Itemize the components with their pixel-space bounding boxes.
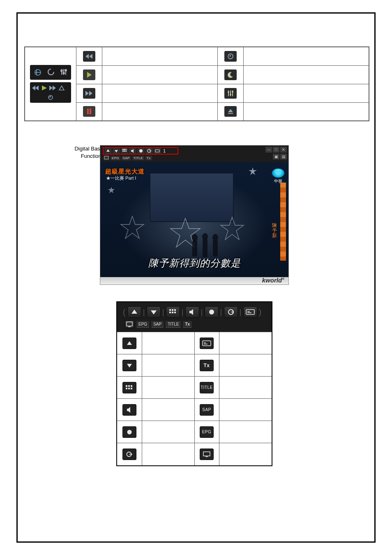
svg-point-8 [65,69,67,71]
panel-thumb-1 [30,65,71,80]
grid-icon[interactable] [122,382,136,393]
sap-chip[interactable]: SAP [151,321,164,328]
svg-rect-54 [131,385,132,387]
epg-chip[interactable]: EPG [136,321,149,328]
svg-rect-47 [127,322,132,326]
channel-up-icon[interactable] [122,338,136,349]
rewind-desc [102,47,218,65]
svg-point-6 [61,70,62,72]
brand-label: kworld® [262,277,284,284]
epg-icon[interactable]: EPG [200,426,214,438]
display-icon[interactable] [125,320,134,328]
channel-down-icon[interactable] [122,360,136,371]
eject-desc [243,102,369,121]
channel-down-icon[interactable] [113,148,120,154]
maximize-icon[interactable]: □ [273,147,279,153]
svg-rect-40 [172,312,173,313]
replay-icon[interactable] [224,51,237,62]
replay-desc [243,47,369,65]
svg-rect-48 [128,326,131,327]
sleep-desc [243,65,369,84]
caption-icon[interactable] [243,306,257,318]
digital-functions-table: ( | | | | | | ) EPG SAP TITLE [116,301,272,466]
svg-rect-25 [126,150,127,152]
tx-icon[interactable]: Tx [200,360,214,371]
record-icon[interactable] [137,148,145,154]
record-icon[interactable] [122,426,136,438]
app-screenshot: 1 EPG SAP TITLE Tx ─ □ ✕ ▣ ▤ 超級星光大道 ★ [100,145,289,285]
svg-rect-39 [169,312,171,313]
caption-icon[interactable] [154,148,161,154]
title-chip[interactable]: TITLE [132,156,144,160]
svg-rect-41 [174,312,176,313]
svg-rect-53 [128,385,130,387]
svg-point-58 [127,430,131,434]
svg-rect-38 [174,309,176,311]
svg-rect-20 [122,149,124,150]
svg-rect-49 [203,341,211,346]
svg-point-14 [228,91,229,93]
timeshift-icon[interactable] [145,148,153,154]
table-row [117,443,272,465]
svg-rect-50 [204,342,206,343]
svg-rect-57 [131,388,132,389]
svg-rect-51 [204,344,208,345]
svg-point-15 [230,94,231,95]
sap-chip[interactable]: SAP [122,156,131,160]
channel-up-icon[interactable] [127,306,141,318]
rewind-icon[interactable] [83,51,95,62]
channel-down-icon[interactable] [147,306,161,318]
section-label: Digital Basic Functions [55,145,104,160]
record-icon[interactable] [205,306,219,318]
close-icon[interactable]: ✕ [280,147,287,153]
display-icon[interactable] [104,155,109,160]
panel-thumbnails-cell [25,47,76,121]
sap-icon[interactable]: SAP [200,404,214,416]
eject-icon-cell [217,102,243,121]
svg-point-16 [232,91,233,92]
title-icon[interactable]: TITLE [200,382,214,393]
grid-icon[interactable] [166,306,180,318]
timeshift-icon[interactable] [224,306,238,318]
eject-icon[interactable] [224,106,237,117]
fastforward-icon-cell [76,84,102,102]
play-icon[interactable] [83,69,95,80]
mute-icon[interactable] [129,148,136,154]
minimize-icon[interactable]: ─ [265,147,272,153]
svg-rect-23 [122,150,124,152]
snapshot-icon[interactable]: ▤ [280,154,287,160]
mute-icon[interactable] [185,306,199,318]
epg-chip[interactable]: EPG [111,156,120,160]
pause-icon[interactable] [83,106,95,117]
svg-rect-60 [203,452,210,456]
rewind-icon-cell [76,47,102,65]
grid-icon[interactable] [121,148,128,154]
svg-rect-18 [90,109,91,114]
timeshift-icon[interactable] [122,449,136,460]
fastforward-icon[interactable] [83,88,95,99]
title-chip[interactable]: TITLE [166,321,181,328]
side-strip [280,183,286,261]
tx-chip[interactable]: Tx [183,321,192,328]
display-icon[interactable] [200,449,214,460]
tx-chip[interactable]: Tx [145,156,152,160]
mute-icon[interactable] [122,404,136,416]
svg-rect-56 [128,388,130,389]
caption-icon[interactable] [200,338,214,349]
svg-rect-46 [247,312,251,313]
playback-controls-table [24,46,369,121]
show-title: 超級星光大道 [105,168,145,176]
equalizer-icon[interactable] [224,88,237,99]
svg-point-42 [209,310,214,314]
table-row: Tx [117,354,272,377]
svg-rect-31 [192,240,197,257]
sleep-icon[interactable] [224,69,237,80]
channel-up-icon[interactable] [104,148,112,154]
pin-icon[interactable]: ▣ [273,154,279,160]
table-row [117,332,272,354]
svg-rect-29 [104,156,108,159]
svg-rect-19 [228,113,233,114]
play-desc [102,65,218,84]
screenshot-titlebar: 1 EPG SAP TITLE Tx ─ □ ✕ ▣ ▤ [100,146,288,162]
channel-number: 1 [163,148,166,153]
